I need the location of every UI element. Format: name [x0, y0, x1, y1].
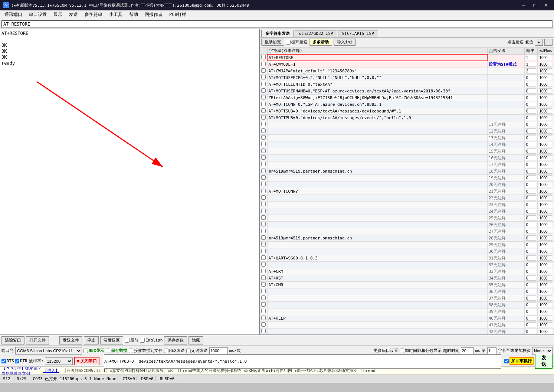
menu-item-小工具[interactable]: 小工具 — [106, 11, 125, 19]
delay-input[interactable] — [539, 282, 552, 287]
row-delay[interactable] — [537, 241, 554, 248]
row-cmd[interactable]: ZFtextAA&sig=88WncjxEI7J5Re%2BjoQChNHj0H… — [267, 94, 487, 101]
row-cmd[interactable]: AT+MQTTCONN=0,"ESP-AT.azure-devices.cn",… — [267, 101, 487, 108]
row-cmd[interactable] — [267, 295, 487, 301]
row-checkbox[interactable] — [261, 195, 266, 200]
row-checkbox[interactable] — [261, 189, 266, 193]
row-cmd[interactable] — [267, 195, 487, 201]
hex-send-label[interactable]: HEX发送 — [164, 348, 185, 353]
subtab-drag[interactable]: 拖动加宽 — [261, 39, 284, 46]
cmd-table-wrapper[interactable]: 字符串(双击注释) 点击发送 顺序 延时ms AT+RESTOREAT+CWMO… — [260, 47, 554, 334]
row-order[interactable] — [524, 235, 537, 241]
row-delay[interactable] — [537, 94, 554, 101]
table-row[interactable]: AT+UART=9600,8,1,0,331无注释 — [260, 255, 554, 261]
minimize-button[interactable]: ─ — [518, 1, 529, 9]
row-delay[interactable] — [537, 168, 554, 174]
table-row[interactable]: AT+MQTTSUB=0,"devices/textAA/messages/de… — [260, 108, 554, 114]
delay-input[interactable] — [539, 169, 552, 174]
table-row[interactable]: ZFtextAA&sig=88WncjxEI7J5Re%2BjoQChNHj0H… — [260, 94, 554, 101]
order-input[interactable] — [526, 182, 536, 187]
row-checkbox[interactable] — [261, 262, 266, 267]
order-input[interactable] — [526, 329, 536, 334]
row-checkbox[interactable] — [261, 295, 266, 300]
row-checkbox[interactable] — [261, 275, 266, 280]
row-order[interactable] — [524, 221, 537, 228]
order-input[interactable] — [526, 202, 536, 207]
delay-input[interactable] — [539, 128, 552, 134]
order-input[interactable] — [526, 195, 536, 200]
delay-input[interactable] — [539, 68, 552, 74]
row-cmd[interactable]: AT+GMR — [267, 281, 487, 288]
row-checkbox[interactable] — [261, 249, 266, 253]
row-delay[interactable] — [537, 134, 554, 141]
order-input[interactable] — [526, 229, 536, 234]
order-input[interactable] — [526, 295, 536, 301]
order-input[interactable] — [526, 262, 536, 267]
row-checkbox[interactable] — [261, 255, 266, 260]
row-checkbox[interactable] — [261, 142, 266, 146]
row-delay[interactable] — [537, 54, 554, 61]
row-checkbox[interactable] — [261, 202, 266, 206]
table-row[interactable]: 16无注释 — [260, 154, 554, 161]
table-row[interactable]: 20无注释 — [260, 181, 554, 188]
order-input[interactable] — [526, 122, 536, 127]
row-delay[interactable] — [537, 235, 554, 241]
row-delay[interactable] — [537, 255, 554, 261]
timed-send-checkbox[interactable] — [186, 349, 191, 353]
table-row[interactable]: 41无注释 — [260, 321, 554, 328]
cr-lf-checkbox[interactable] — [504, 359, 509, 363]
row-checkbox[interactable] — [261, 229, 266, 233]
tab-multistring[interactable]: 多字符串发送 — [261, 30, 294, 37]
row-order[interactable] — [524, 54, 537, 61]
row-delay[interactable] — [537, 301, 554, 308]
row-order[interactable] — [524, 68, 537, 74]
subtab-help[interactable]: 多条帮助 — [309, 39, 332, 46]
table-row[interactable]: 30无注释 — [260, 248, 554, 255]
table-row[interactable]: 26无注释 — [260, 221, 554, 228]
row-cmd[interactable] — [267, 174, 487, 181]
delay-input[interactable] — [539, 175, 552, 180]
row-delay[interactable] — [537, 281, 554, 288]
english-label[interactable]: English — [140, 338, 163, 343]
row-order[interactable] — [524, 281, 537, 288]
menu-item-发送[interactable]: 发送 — [66, 11, 81, 19]
order-input[interactable] — [526, 155, 536, 160]
timed-send-label[interactable]: 定时发送 — [186, 348, 208, 353]
order-input[interactable] — [526, 142, 536, 147]
table-row[interactable]: AT+MQTTUSERNAME=0,"ESP-AT.azure-devices.… — [260, 88, 554, 94]
row-cmd[interactable] — [267, 154, 487, 161]
row-cmd[interactable]: AT+RST — [267, 275, 487, 281]
row-order[interactable] — [524, 154, 537, 161]
row-checkbox[interactable] — [261, 175, 266, 180]
row-order[interactable] — [524, 248, 537, 255]
order-input[interactable] — [526, 282, 536, 287]
english-checkbox[interactable] — [140, 338, 145, 343]
row-delay[interactable] — [537, 174, 554, 181]
order-input[interactable] — [526, 95, 536, 100]
row-order[interactable] — [524, 268, 537, 275]
row-cmd[interactable] — [267, 134, 487, 141]
close-port-button[interactable]: ■ 关闭串口 — [74, 357, 99, 365]
row-delay[interactable] — [537, 114, 554, 121]
row-cmd[interactable]: AT+CWMODE=1 — [267, 61, 487, 68]
delay-input[interactable] — [539, 75, 552, 80]
order-input[interactable] — [526, 316, 536, 321]
menu-item-多字符串[interactable]: 多字符串 — [82, 11, 105, 19]
row-delay[interactable] — [537, 128, 554, 134]
order-input[interactable] — [526, 242, 536, 247]
row-cmd[interactable]: AT+CRM — [267, 268, 487, 275]
send-plus-btn[interactable]: + — [535, 39, 543, 46]
row-checkbox[interactable] — [261, 316, 266, 320]
row-cmd[interactable]: AT+CWJAP="miot_default","123456789x" — [267, 68, 487, 74]
row-delay[interactable] — [537, 268, 554, 275]
row-cmd[interactable] — [267, 128, 487, 134]
row-order[interactable] — [524, 174, 537, 181]
row-cmd[interactable] — [267, 248, 487, 255]
delay-input[interactable] — [539, 142, 552, 147]
delay-input[interactable] — [539, 195, 552, 200]
send-minus-btn[interactable]: - — [544, 39, 553, 46]
stop-btn[interactable]: 停止 — [84, 336, 99, 344]
row-delay[interactable] — [537, 88, 554, 94]
more-serial-label[interactable]: 更多串口设置 — [374, 348, 398, 353]
row-delay[interactable] — [537, 81, 554, 88]
